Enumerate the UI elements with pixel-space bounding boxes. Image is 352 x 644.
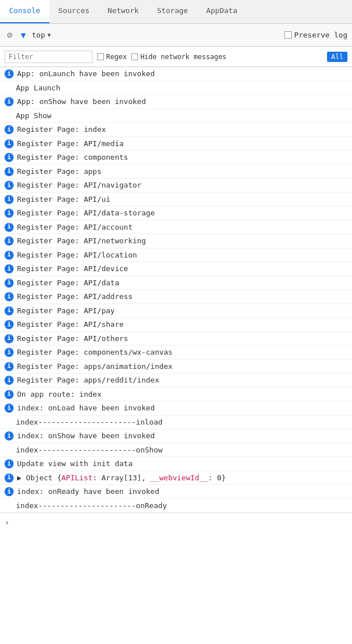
log-entry: App Show: [0, 109, 352, 123]
log-entry: iRegister Page: apps/animation/index: [0, 360, 352, 374]
prompt-arrow-icon[interactable]: ›: [5, 518, 9, 527]
info-icon: i: [5, 404, 14, 413]
tab-sources[interactable]: Sources: [49, 0, 99, 23]
preserve-log-label: Preserve log: [294, 31, 347, 39]
log-entry: iRegister Page: API/ui: [0, 193, 352, 207]
log-entry: App Launch: [0, 81, 352, 95]
all-button[interactable]: All: [327, 52, 347, 62]
info-icon: i: [5, 292, 14, 301]
info-icon: i: [5, 362, 14, 371]
context-value: top: [32, 31, 45, 39]
info-icon: i: [5, 139, 14, 148]
log-entry: iOn app route: index: [0, 388, 352, 402]
log-entry: iApp: onLaunch have been invoked: [0, 67, 352, 81]
log-entry: iRegister Page: index: [0, 123, 352, 137]
tab-storage[interactable]: Storage: [148, 0, 197, 23]
regex-checkbox[interactable]: [97, 53, 104, 60]
tab-network[interactable]: Network: [99, 0, 148, 23]
log-entry: i▶ Object {APIList: Array[13], __webview…: [0, 471, 352, 485]
log-entry: iindex: onReady have been invoked: [0, 485, 352, 499]
log-entry: iRegister Page: API/others: [0, 332, 352, 346]
info-icon: i: [5, 320, 14, 329]
info-icon: i: [5, 348, 14, 357]
info-icon: i: [5, 236, 14, 246]
console-prompt: ›: [0, 513, 352, 531]
filter-icon: ▼: [20, 30, 26, 40]
log-entry: iRegister Page: apps: [0, 165, 352, 179]
info-icon: i: [5, 431, 14, 441]
filter-input[interactable]: [5, 51, 93, 63]
log-entry: iRegister Page: API/pay: [0, 304, 352, 318]
log-entry: iUpdate view with init data: [0, 457, 352, 471]
hide-network-option[interactable]: Hide network messages: [131, 53, 227, 61]
regex-option[interactable]: Regex: [97, 53, 127, 61]
toolbar: ⊘ ▼ top ▼ Preserve log: [0, 24, 352, 47]
info-icon: i: [5, 459, 14, 468]
info-icon: i: [5, 487, 14, 496]
hide-network-label: Hide network messages: [140, 53, 227, 61]
hide-network-checkbox[interactable]: [131, 53, 138, 60]
info-icon: i: [5, 209, 14, 218]
log-entry: iRegister Page: API/networking: [0, 234, 352, 248]
log-entry: iRegister Page: components: [0, 151, 352, 165]
log-entry: iindex: onLoad have been invoked: [0, 401, 352, 416]
log-entry: iApp: onShow have been invoked: [0, 95, 352, 109]
info-icon: i: [5, 264, 14, 273]
info-icon: i: [5, 376, 14, 385]
log-entry: iRegister Page: API/media: [0, 137, 352, 151]
filter-toggle-button[interactable]: ▼: [18, 30, 28, 40]
log-entry: iRegister Page: API/data-storage: [0, 206, 352, 221]
info-icon: i: [5, 167, 14, 176]
log-entry: iRegister Page: components/wx-canvas: [0, 346, 352, 360]
clear-console-button[interactable]: ⊘: [5, 30, 15, 40]
log-entry: iRegister Page: API/data: [0, 276, 352, 290]
log-entry: iRegister Page: API/location: [0, 248, 352, 263]
info-icon: i: [5, 181, 14, 190]
filter-bar: Regex Hide network messages All: [0, 47, 352, 67]
info-icon: i: [5, 334, 14, 343]
preserve-log-area: Preserve log: [284, 31, 347, 39]
console-output: iApp: onLaunch have been invokedApp Laun…: [0, 67, 352, 513]
log-entry: iindex: onShow have been invoked: [0, 429, 352, 443]
info-icon: i: [5, 153, 14, 162]
log-entry: index----------------------onReady: [0, 499, 352, 513]
dropdown-arrow-icon: ▼: [47, 32, 51, 38]
tab-bar: Console Sources Network Storage AppData: [0, 0, 352, 24]
log-entry: index----------------------inload: [0, 416, 352, 430]
log-entry: iRegister Page: API/account: [0, 221, 352, 235]
info-icon: i: [5, 223, 14, 232]
tab-console[interactable]: Console: [0, 0, 49, 23]
info-icon: i: [5, 69, 14, 78]
ban-icon: ⊘: [7, 30, 12, 40]
log-entry: index----------------------onShow: [0, 443, 352, 458]
preserve-log-checkbox[interactable]: [284, 31, 292, 39]
log-entry: iRegister Page: API/device: [0, 262, 352, 276]
info-icon: i: [5, 125, 14, 134]
info-icon: i: [5, 97, 14, 106]
info-icon: i: [5, 473, 14, 483]
regex-label: Regex: [106, 53, 127, 61]
log-entry: iRegister Page: apps/reddit/index: [0, 373, 352, 388]
tab-appdata[interactable]: AppData: [197, 0, 246, 23]
context-selector[interactable]: top ▼: [32, 31, 281, 39]
info-icon: i: [5, 195, 14, 204]
log-entry: iRegister Page: API/navigator: [0, 178, 352, 193]
info-icon: i: [5, 306, 14, 315]
log-entry: iRegister Page: API/address: [0, 290, 352, 304]
info-icon: i: [5, 390, 14, 399]
info-icon: i: [5, 279, 14, 288]
info-icon: i: [5, 251, 14, 260]
log-entry: iRegister Page: API/share: [0, 318, 352, 332]
